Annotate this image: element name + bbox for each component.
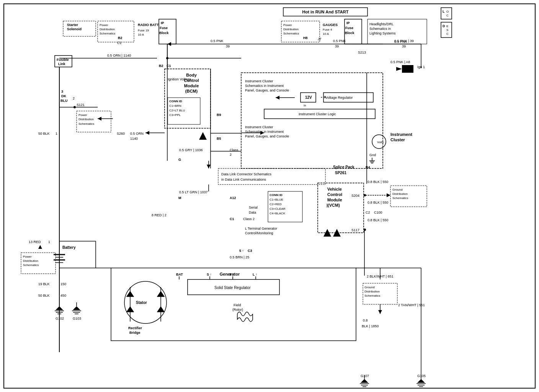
svg-text:CONN ID: CONN ID [270, 193, 283, 197]
svg-text:Power: Power [23, 255, 32, 258]
svg-text:DK: DK [61, 94, 66, 98]
svg-text:0.8: 0.8 [363, 318, 368, 322]
svg-text:G: G [178, 158, 181, 162]
svg-rect-257 [402, 65, 413, 73]
svg-text:Solenoid: Solenoid [67, 27, 82, 31]
svg-text:Schematics: Schematics [283, 32, 299, 35]
svg-text:Vehicle: Vehicle [327, 187, 342, 191]
svg-text:G105: G105 [417, 374, 426, 378]
svg-text:50 BLK: 50 BLK [38, 132, 50, 136]
svg-text:Headlights/DRL: Headlights/DRL [369, 22, 394, 26]
svg-text:Ground: Ground [364, 286, 375, 289]
svg-text:0.5 GRY | 1036: 0.5 GRY | 1036 [179, 148, 203, 152]
svg-text:M: M [178, 196, 181, 200]
svg-text:S: S [446, 28, 448, 32]
svg-text:Schematics: Schematics [392, 196, 408, 200]
svg-text:S ↑: S ↑ [207, 273, 212, 276]
svg-text:C2=LT BLU: C2=LT BLU [169, 109, 185, 112]
svg-text:13 RED: 13 RED [29, 240, 41, 244]
svg-text:Instrument Cluster: Instrument Cluster [245, 79, 273, 83]
svg-text:Stator: Stator [136, 301, 147, 305]
svg-text:Volts: Volts [377, 140, 384, 144]
svg-text:L Terminal Generator: L Terminal Generator [245, 227, 277, 230]
svg-text:In: In [304, 104, 306, 107]
svg-text:Panel, Gauges, and Console: Panel, Gauges, and Console [245, 88, 289, 92]
svg-point-79 [74, 106, 76, 108]
svg-text:|(VCM): |(VCM) [327, 203, 340, 207]
svg-text:3: 3 [61, 90, 63, 93]
svg-text:12V: 12V [305, 95, 312, 100]
svg-text:Module: Module [327, 198, 342, 202]
svg-text:39: 39 [402, 44, 406, 48]
svg-text:Instrument Cluster: Instrument Cluster [245, 125, 273, 129]
svg-text:C3: C3 [248, 249, 252, 253]
svg-text:BAT: BAT [176, 273, 183, 276]
svg-text:H8: H8 [303, 36, 308, 40]
svg-text:Splice Pack: Splice Pack [333, 165, 354, 169]
svg-text:C1=BLUE: C1=BLUE [270, 198, 283, 201]
svg-text:O: O [446, 10, 449, 13]
svg-text:Hot in RUN And START: Hot in RUN And START [302, 10, 349, 14]
svg-text:C3=CLEAR: C3=CLEAR [270, 207, 286, 211]
svg-text:Block: Block [345, 31, 355, 35]
diagram-container: Hot in RUN And START Starter Solenoid Po… [0, 0, 539, 392]
svg-text:150: 150 [60, 282, 66, 286]
svg-text:C1: C1 [117, 41, 122, 45]
svg-text:Starter: Starter [67, 23, 78, 27]
svg-text:0.5 ORN: 0.5 ORN [130, 132, 144, 136]
svg-text:C2: C2 [366, 211, 370, 214]
svg-text:G107: G107 [361, 374, 369, 378]
svg-text:(BCM): (BCM) [185, 89, 198, 93]
svg-text:0.5 BRN | 25: 0.5 BRN | 25 [230, 255, 249, 259]
svg-text:Data: Data [249, 211, 256, 214]
svg-text:Schematics: Schematics [23, 263, 39, 267]
svg-text:C2=RED: C2=RED [270, 203, 282, 206]
svg-text:B2: B2 [159, 64, 163, 68]
svg-text:0.5 PNK: 0.5 PNK [333, 39, 346, 43]
svg-text:Schematics in Instrument: Schematics in Instrument [245, 84, 284, 88]
svg-text:GAUGES: GAUGES [323, 23, 338, 27]
svg-text:C3=PPL: C3=PPL [169, 113, 181, 117]
svg-text:Power: Power [283, 23, 292, 27]
svg-text:Distribution: Distribution [100, 28, 115, 31]
svg-text:C1: C1 [230, 217, 234, 221]
svg-text:Fuse 19: Fuse 19 [138, 29, 149, 32]
svg-text:E: E [446, 24, 448, 28]
svg-text:L: L [443, 10, 445, 13]
svg-text:Data Link Connector Schematics: Data Link Connector Schematics [221, 172, 272, 176]
svg-text:Body: Body [186, 73, 197, 77]
svg-text:BLK | 1850: BLK | 1850 [362, 324, 379, 328]
svg-text:Ignition Voltage: Ignition Voltage [168, 77, 191, 81]
svg-point-166 [364, 229, 366, 231]
svg-text:2: 2 [73, 96, 75, 100]
svg-text:0.8 BLK | 550: 0.8 BLK | 550 [368, 201, 388, 204]
svg-text:B2: B2 [118, 36, 122, 40]
svg-text:S260: S260 [117, 132, 125, 136]
svg-text:0.5 PNK: 0.5 PNK [211, 39, 224, 43]
svg-text:Gnd: Gnd [369, 153, 376, 157]
svg-text:S204: S204 [351, 194, 359, 198]
svg-text:C: C [446, 32, 449, 36]
svg-text:1140: 1140 [130, 137, 138, 140]
svg-text:B4: B4 [366, 165, 370, 169]
svg-text:Distribution: Distribution [364, 290, 380, 293]
svg-text:Class 2: Class 2 [243, 217, 255, 221]
svg-text:Control/Monitoring: Control/Monitoring [245, 231, 273, 235]
svg-text:Lighting Systems: Lighting Systems [369, 31, 396, 35]
svg-text:0.5 PNK: 0.5 PNK [394, 40, 407, 44]
svg-text:C1=BRN: C1=BRN [169, 104, 181, 108]
svg-text:Panel, Gauges, and Console: Panel, Gauges, and Console [245, 134, 289, 138]
svg-text:Module: Module [184, 83, 199, 88]
svg-text:Instrument Cluster Logic: Instrument Cluster Logic [299, 112, 336, 116]
svg-text:5 ↑: 5 ↑ [239, 249, 244, 253]
svg-text:Rectifier: Rectifier [128, 326, 142, 330]
svg-text:Fuse: Fuse [160, 26, 168, 30]
svg-text:B5: B5 [217, 137, 221, 140]
svg-text:D: D [443, 24, 445, 28]
svg-text:A12: A12 [230, 196, 236, 200]
svg-text:Schematics: Schematics [78, 122, 94, 126]
svg-text:Battery: Battery [62, 245, 76, 250]
svg-text:39: 39 [226, 44, 230, 48]
svg-text:0.8 BLK | 550: 0.8 BLK | 550 [368, 180, 388, 184]
svg-text:B9: B9 [217, 113, 221, 117]
